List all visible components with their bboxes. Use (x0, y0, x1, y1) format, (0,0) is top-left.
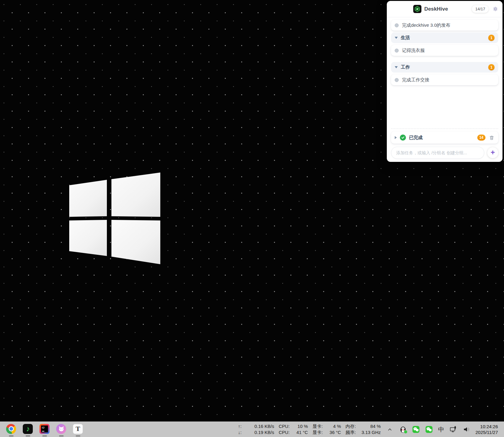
running-indicator (42, 435, 47, 436)
completed-section-header[interactable]: 已完成 14 (391, 131, 498, 144)
task-item[interactable]: 完成deckhive 3.0的发布 (391, 20, 498, 31)
task-counter-badge: 14/17 (472, 5, 489, 13)
qq-tray-icon[interactable] (399, 425, 407, 433)
taskbar-app-intellij[interactable]: IJ (36, 422, 53, 437)
qq-online-status-dot (404, 430, 407, 434)
music-note-icon: ♪ (26, 424, 30, 433)
completed-count-badge: 14 (477, 135, 485, 141)
cpu-temp: 41 °C (296, 430, 308, 435)
task-composer: + (391, 147, 498, 159)
group-count-badge: 1 (488, 35, 495, 41)
cpu-freq: 3.13 GHz (362, 430, 381, 435)
gpu-temp: 36 °C (329, 430, 341, 435)
taskbar-app-cat[interactable] (53, 422, 70, 437)
task-checkbox-icon[interactable] (395, 23, 399, 27)
panel-footer: 已完成 14 + (387, 128, 502, 162)
windows-logo (69, 172, 160, 264)
taskbar-clock[interactable]: 10:24:26 2025/11/27 (475, 424, 498, 435)
app-title: DeskHive (424, 6, 448, 12)
download-arrow: ↓: (238, 430, 242, 435)
task-checkbox-icon[interactable] (395, 49, 399, 53)
upload-speed: 0.16 KB/s (248, 424, 274, 429)
deskhive-widget: DeskHive 14/17 (387, 1, 502, 162)
settings-gear-icon[interactable] (492, 5, 499, 13)
chrome-icon (6, 424, 16, 434)
clock-time: 10:24:26 (475, 424, 498, 430)
group-header-life[interactable]: 生活 1 (391, 32, 498, 43)
deskhive-logo-icon (413, 5, 421, 13)
taskbar-app-chrome[interactable] (3, 422, 19, 437)
task-item[interactable]: 记得洗衣服 (391, 45, 498, 56)
memory-usage: 84 % (370, 424, 381, 429)
music-player-icon: ♪ (23, 424, 33, 434)
running-indicator (9, 435, 13, 436)
typora-icon: T (73, 424, 83, 434)
trash-icon[interactable] (489, 135, 495, 141)
task-checkbox-icon[interactable] (395, 78, 399, 82)
deskhive-title-group: DeskHive (413, 5, 448, 13)
system-stats[interactable]: ↑: 0.16 KB/s CPU:10 % 显卡:4 % 内存:84 % ↓: … (238, 424, 381, 435)
taskbar-app-typora[interactable]: T (70, 422, 86, 437)
cpu-load: 10 % (298, 424, 308, 429)
download-speed: 0.19 KB/s (248, 430, 274, 435)
wechat-tray-icon[interactable] (412, 425, 420, 433)
intellij-icon: IJ (39, 424, 49, 434)
ime-indicator[interactable]: 中 (438, 425, 444, 434)
completed-check-icon (400, 135, 406, 141)
running-indicator (76, 435, 80, 436)
completed-divider (391, 128, 498, 129)
header-controls: 14/17 (472, 1, 499, 17)
clock-date: 2025/11/27 (475, 429, 498, 435)
tray-expand-chevron-icon[interactable] (386, 425, 394, 433)
running-indicator (26, 435, 30, 436)
cat-app-icon (56, 424, 66, 434)
system-tray: ↑: 0.16 KB/s CPU:10 % 显卡:4 % 内存:84 % ↓: … (238, 424, 504, 435)
add-task-input[interactable] (391, 147, 484, 159)
collapse-chevron-down-icon[interactable] (395, 66, 398, 68)
pinned-apps: ♪ IJ (0, 422, 86, 437)
group-header-work[interactable]: 工作 1 (391, 62, 498, 73)
deskhive-header: DeskHive 14/17 (387, 1, 502, 17)
taskbar: ♪ IJ (0, 422, 504, 437)
collapse-chevron-right-icon[interactable] (395, 136, 397, 139)
collapse-chevron-down-icon[interactable] (395, 37, 398, 39)
group-count-badge: 1 (488, 64, 495, 70)
add-task-button[interactable]: + (487, 147, 498, 158)
network-icon[interactable] (449, 425, 457, 433)
upload-arrow: ↑: (238, 424, 242, 429)
taskbar-app-music[interactable]: ♪ (19, 422, 36, 437)
gpu-load: 4 % (333, 424, 341, 429)
wechat-work-tray-icon[interactable] (425, 425, 433, 433)
task-item[interactable]: 完成工作交接 (391, 74, 498, 85)
volume-icon[interactable] (462, 425, 470, 433)
task-list: 完成deckhive 3.0的发布 生活 1 记得洗衣服 工作 1 完成工作交接 (387, 17, 502, 128)
running-indicator (59, 435, 63, 436)
